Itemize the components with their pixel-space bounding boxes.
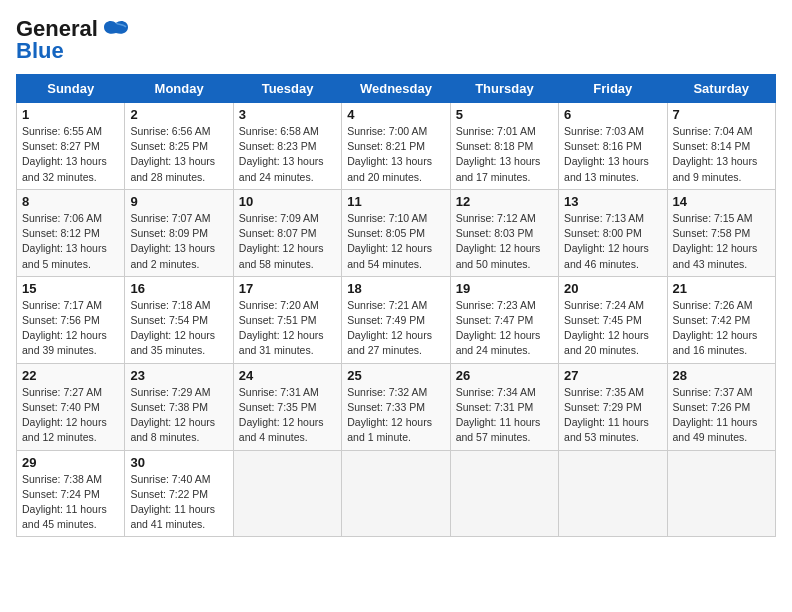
empty-cell	[233, 450, 341, 537]
day-number: 1	[22, 107, 119, 122]
day-info: Sunrise: 7:31 AM Sunset: 7:35 PM Dayligh…	[239, 385, 336, 446]
day-number: 21	[673, 281, 770, 296]
day-info: Sunrise: 7:29 AM Sunset: 7:38 PM Dayligh…	[130, 385, 227, 446]
day-number: 3	[239, 107, 336, 122]
day-cell-7: 7Sunrise: 7:04 AM Sunset: 8:14 PM Daylig…	[667, 103, 775, 190]
day-cell-6: 6Sunrise: 7:03 AM Sunset: 8:16 PM Daylig…	[559, 103, 667, 190]
day-info: Sunrise: 7:03 AM Sunset: 8:16 PM Dayligh…	[564, 124, 661, 185]
day-cell-29: 29Sunrise: 7:38 AM Sunset: 7:24 PM Dayli…	[17, 450, 125, 537]
day-cell-10: 10Sunrise: 7:09 AM Sunset: 8:07 PM Dayli…	[233, 189, 341, 276]
day-number: 18	[347, 281, 444, 296]
day-number: 10	[239, 194, 336, 209]
day-cell-26: 26Sunrise: 7:34 AM Sunset: 7:31 PM Dayli…	[450, 363, 558, 450]
day-info: Sunrise: 7:12 AM Sunset: 8:03 PM Dayligh…	[456, 211, 553, 272]
day-number: 12	[456, 194, 553, 209]
day-number: 9	[130, 194, 227, 209]
day-number: 11	[347, 194, 444, 209]
day-info: Sunrise: 7:15 AM Sunset: 7:58 PM Dayligh…	[673, 211, 770, 272]
day-info: Sunrise: 7:24 AM Sunset: 7:45 PM Dayligh…	[564, 298, 661, 359]
day-number: 4	[347, 107, 444, 122]
day-cell-1: 1Sunrise: 6:55 AM Sunset: 8:27 PM Daylig…	[17, 103, 125, 190]
day-cell-4: 4Sunrise: 7:00 AM Sunset: 8:21 PM Daylig…	[342, 103, 450, 190]
day-cell-9: 9Sunrise: 7:07 AM Sunset: 8:09 PM Daylig…	[125, 189, 233, 276]
day-info: Sunrise: 6:56 AM Sunset: 8:25 PM Dayligh…	[130, 124, 227, 185]
day-info: Sunrise: 7:13 AM Sunset: 8:00 PM Dayligh…	[564, 211, 661, 272]
day-number: 2	[130, 107, 227, 122]
day-cell-27: 27Sunrise: 7:35 AM Sunset: 7:29 PM Dayli…	[559, 363, 667, 450]
day-info: Sunrise: 7:40 AM Sunset: 7:22 PM Dayligh…	[130, 472, 227, 533]
day-info: Sunrise: 7:37 AM Sunset: 7:26 PM Dayligh…	[673, 385, 770, 446]
calendar-week-row: 8Sunrise: 7:06 AM Sunset: 8:12 PM Daylig…	[17, 189, 776, 276]
day-info: Sunrise: 7:09 AM Sunset: 8:07 PM Dayligh…	[239, 211, 336, 272]
day-cell-15: 15Sunrise: 7:17 AM Sunset: 7:56 PM Dayli…	[17, 276, 125, 363]
day-cell-12: 12Sunrise: 7:12 AM Sunset: 8:03 PM Dayli…	[450, 189, 558, 276]
logo: General Blue	[16, 16, 130, 64]
day-cell-16: 16Sunrise: 7:18 AM Sunset: 7:54 PM Dayli…	[125, 276, 233, 363]
empty-cell	[342, 450, 450, 537]
day-number: 19	[456, 281, 553, 296]
day-info: Sunrise: 7:23 AM Sunset: 7:47 PM Dayligh…	[456, 298, 553, 359]
day-info: Sunrise: 7:10 AM Sunset: 8:05 PM Dayligh…	[347, 211, 444, 272]
day-cell-30: 30Sunrise: 7:40 AM Sunset: 7:22 PM Dayli…	[125, 450, 233, 537]
day-cell-20: 20Sunrise: 7:24 AM Sunset: 7:45 PM Dayli…	[559, 276, 667, 363]
calendar-table: SundayMondayTuesdayWednesdayThursdayFrid…	[16, 74, 776, 537]
day-number: 17	[239, 281, 336, 296]
day-info: Sunrise: 6:55 AM Sunset: 8:27 PM Dayligh…	[22, 124, 119, 185]
empty-cell	[450, 450, 558, 537]
day-cell-24: 24Sunrise: 7:31 AM Sunset: 7:35 PM Dayli…	[233, 363, 341, 450]
day-info: Sunrise: 7:18 AM Sunset: 7:54 PM Dayligh…	[130, 298, 227, 359]
day-info: Sunrise: 7:01 AM Sunset: 8:18 PM Dayligh…	[456, 124, 553, 185]
empty-cell	[559, 450, 667, 537]
day-number: 20	[564, 281, 661, 296]
day-number: 8	[22, 194, 119, 209]
day-number: 13	[564, 194, 661, 209]
day-cell-19: 19Sunrise: 7:23 AM Sunset: 7:47 PM Dayli…	[450, 276, 558, 363]
day-cell-23: 23Sunrise: 7:29 AM Sunset: 7:38 PM Dayli…	[125, 363, 233, 450]
day-number: 30	[130, 455, 227, 470]
day-cell-2: 2Sunrise: 6:56 AM Sunset: 8:25 PM Daylig…	[125, 103, 233, 190]
weekday-header-wednesday: Wednesday	[342, 75, 450, 103]
logo-text-blue: Blue	[16, 38, 64, 64]
day-number: 7	[673, 107, 770, 122]
day-info: Sunrise: 7:32 AM Sunset: 7:33 PM Dayligh…	[347, 385, 444, 446]
day-number: 26	[456, 368, 553, 383]
day-info: Sunrise: 6:58 AM Sunset: 8:23 PM Dayligh…	[239, 124, 336, 185]
page-header: General Blue	[16, 16, 776, 64]
day-number: 23	[130, 368, 227, 383]
day-number: 14	[673, 194, 770, 209]
day-cell-14: 14Sunrise: 7:15 AM Sunset: 7:58 PM Dayli…	[667, 189, 775, 276]
weekday-header-saturday: Saturday	[667, 75, 775, 103]
calendar-week-row: 15Sunrise: 7:17 AM Sunset: 7:56 PM Dayli…	[17, 276, 776, 363]
day-info: Sunrise: 7:27 AM Sunset: 7:40 PM Dayligh…	[22, 385, 119, 446]
day-info: Sunrise: 7:00 AM Sunset: 8:21 PM Dayligh…	[347, 124, 444, 185]
day-info: Sunrise: 7:34 AM Sunset: 7:31 PM Dayligh…	[456, 385, 553, 446]
day-cell-11: 11Sunrise: 7:10 AM Sunset: 8:05 PM Dayli…	[342, 189, 450, 276]
day-info: Sunrise: 7:21 AM Sunset: 7:49 PM Dayligh…	[347, 298, 444, 359]
day-info: Sunrise: 7:06 AM Sunset: 8:12 PM Dayligh…	[22, 211, 119, 272]
day-number: 6	[564, 107, 661, 122]
day-info: Sunrise: 7:20 AM Sunset: 7:51 PM Dayligh…	[239, 298, 336, 359]
weekday-header-friday: Friday	[559, 75, 667, 103]
day-number: 24	[239, 368, 336, 383]
day-info: Sunrise: 7:26 AM Sunset: 7:42 PM Dayligh…	[673, 298, 770, 359]
weekday-header-tuesday: Tuesday	[233, 75, 341, 103]
day-cell-28: 28Sunrise: 7:37 AM Sunset: 7:26 PM Dayli…	[667, 363, 775, 450]
day-info: Sunrise: 7:35 AM Sunset: 7:29 PM Dayligh…	[564, 385, 661, 446]
weekday-header-sunday: Sunday	[17, 75, 125, 103]
day-cell-17: 17Sunrise: 7:20 AM Sunset: 7:51 PM Dayli…	[233, 276, 341, 363]
day-info: Sunrise: 7:04 AM Sunset: 8:14 PM Dayligh…	[673, 124, 770, 185]
day-cell-13: 13Sunrise: 7:13 AM Sunset: 8:00 PM Dayli…	[559, 189, 667, 276]
day-cell-25: 25Sunrise: 7:32 AM Sunset: 7:33 PM Dayli…	[342, 363, 450, 450]
day-cell-21: 21Sunrise: 7:26 AM Sunset: 7:42 PM Dayli…	[667, 276, 775, 363]
day-number: 16	[130, 281, 227, 296]
day-number: 22	[22, 368, 119, 383]
calendar-week-row: 22Sunrise: 7:27 AM Sunset: 7:40 PM Dayli…	[17, 363, 776, 450]
day-number: 25	[347, 368, 444, 383]
logo-bird-icon	[102, 19, 130, 41]
day-cell-22: 22Sunrise: 7:27 AM Sunset: 7:40 PM Dayli…	[17, 363, 125, 450]
day-number: 28	[673, 368, 770, 383]
day-number: 5	[456, 107, 553, 122]
day-number: 29	[22, 455, 119, 470]
weekday-header-monday: Monday	[125, 75, 233, 103]
weekday-header-row: SundayMondayTuesdayWednesdayThursdayFrid…	[17, 75, 776, 103]
